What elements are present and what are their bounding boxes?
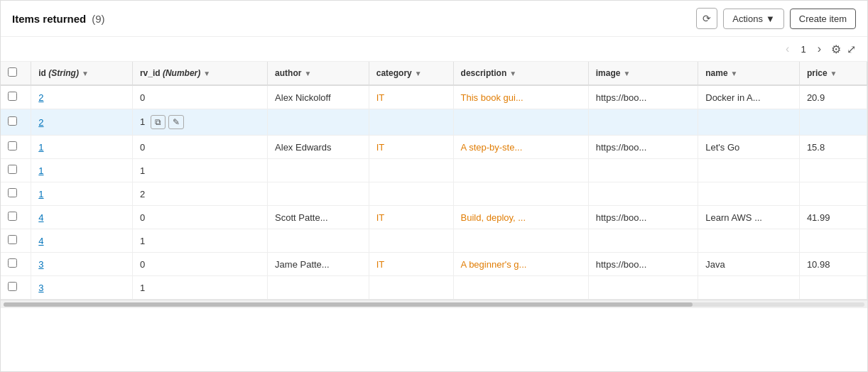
row-checkbox[interactable] — [8, 165, 17, 174]
row-checkbox[interactable] — [8, 282, 17, 291]
prev-page-button[interactable]: ‹ — [781, 41, 793, 57]
table-container: id (String) ▼ rv_id (Number) ▼ author — [1, 62, 867, 300]
row-id-cell: 3 — [31, 253, 133, 276]
row-author-cell: Alex Edwards — [268, 136, 369, 159]
pagination-bar: ‹ 1 › ⚙ ⤢ — [1, 37, 867, 62]
row-category-cell: IT — [369, 136, 453, 159]
expand-icon[interactable]: ⤢ — [847, 43, 856, 56]
row-id-link[interactable]: 1 — [38, 189, 43, 199]
row-description-cell: A beginner's g... — [453, 253, 588, 276]
table-row: 40Scott Patte...ITBuild, deploy, ...http… — [1, 206, 867, 229]
table-row: 21⧉✎ — [1, 109, 867, 136]
row-id-link[interactable]: 4 — [38, 212, 43, 223]
col-description[interactable]: description ▼ — [453, 62, 588, 85]
table-header-row: id (String) ▼ rv_id (Number) ▼ author — [1, 62, 867, 85]
row-checkbox-cell — [1, 182, 31, 206]
id-sort-icon: ▼ — [82, 70, 89, 77]
row-checkbox[interactable] — [8, 212, 17, 221]
col-image-label: image — [596, 68, 621, 78]
row-checkbox[interactable] — [8, 141, 17, 151]
copy-row-button[interactable]: ⧉ — [151, 115, 166, 129]
row-image-cell — [588, 276, 698, 300]
select-all-header[interactable] — [1, 62, 31, 85]
row-id-link[interactable]: 3 — [38, 259, 43, 270]
row-description-cell — [453, 229, 588, 253]
row-name-cell: Learn AWS ... — [698, 206, 800, 229]
row-rvid-cell: 2 — [132, 182, 267, 206]
horizontal-scrollbar[interactable] — [1, 300, 867, 308]
row-name-cell: Java — [698, 253, 800, 276]
row-category-cell — [369, 182, 453, 206]
col-author[interactable]: author ▼ — [268, 62, 369, 85]
actions-arrow-icon: ▼ — [766, 13, 775, 24]
row-checkbox[interactable] — [8, 258, 17, 268]
row-id-cell: 1 — [31, 182, 133, 206]
row-checkbox[interactable] — [8, 235, 17, 244]
row-rvid-cell: 0 — [132, 253, 267, 276]
row-rvid-cell: 1 — [132, 229, 267, 253]
row-rvid-value: 1 — [140, 165, 145, 176]
row-rvid-cell: 1 — [132, 159, 267, 182]
row-id-link[interactable]: 4 — [38, 236, 43, 246]
row-image-cell: https://boo... — [588, 85, 698, 109]
col-id-label: id (String) — [38, 68, 79, 78]
row-price-cell — [799, 109, 867, 136]
row-description-cell: This book gui... — [453, 85, 588, 109]
col-price[interactable]: price ▼ — [799, 62, 867, 85]
row-checkbox-cell — [1, 109, 31, 136]
row-id-link[interactable]: 3 — [38, 283, 43, 293]
row-description-cell — [453, 276, 588, 300]
next-page-button[interactable]: › — [813, 41, 825, 57]
row-checkbox[interactable] — [8, 116, 17, 126]
row-author-cell — [268, 109, 369, 136]
items-table: id (String) ▼ rv_id (Number) ▼ author — [1, 62, 867, 300]
row-id-link[interactable]: 1 — [38, 142, 43, 153]
row-checkbox[interactable] — [8, 92, 17, 101]
row-author-cell: Scott Patte... — [268, 206, 369, 229]
row-category-cell — [369, 229, 453, 253]
row-id-cell: 3 — [31, 276, 133, 300]
select-all-checkbox[interactable] — [8, 67, 17, 77]
row-id-cell: 4 — [31, 229, 133, 253]
page-nav: ‹ 1 › — [781, 41, 825, 57]
table-row: 31 — [1, 276, 867, 300]
row-id-cell: 1 — [31, 159, 133, 182]
row-rvid-cell: 1 — [132, 276, 267, 300]
column-settings-icon[interactable]: ⚙ — [831, 43, 841, 56]
row-name-cell — [698, 182, 800, 206]
row-name-cell: Let's Go — [698, 136, 800, 159]
row-description-cell — [453, 109, 588, 136]
row-rvid-cell: 0 — [132, 206, 267, 229]
col-category[interactable]: category ▼ — [369, 62, 453, 85]
col-id[interactable]: id (String) ▼ — [31, 62, 133, 85]
row-image-cell: https://boo... — [588, 136, 698, 159]
row-name-cell — [698, 159, 800, 182]
row-image-cell: https://boo... — [588, 253, 698, 276]
col-image[interactable]: image ▼ — [588, 62, 698, 85]
row-category-cell — [369, 276, 453, 300]
row-checkbox-cell — [1, 276, 31, 300]
create-item-button[interactable]: Create item — [790, 9, 856, 29]
edit-row-button[interactable]: ✎ — [168, 115, 184, 129]
row-price-cell — [799, 229, 867, 253]
row-checkbox[interactable] — [8, 188, 17, 197]
scrollbar-thumb[interactable] — [4, 302, 693, 307]
table-body: 20Alex NickoloffITThis book gui...https:… — [1, 85, 867, 300]
actions-label: Actions — [732, 13, 763, 24]
col-rvid[interactable]: rv_id (Number) ▼ — [132, 62, 267, 85]
row-id-link[interactable]: 1 — [38, 165, 43, 176]
row-id-link[interactable]: 2 — [38, 92, 43, 103]
image-sort-icon: ▼ — [623, 70, 630, 77]
table-row: 10Alex EdwardsITA step-by-ste...https://… — [1, 136, 867, 159]
row-name-cell — [698, 109, 800, 136]
category-sort-icon: ▼ — [415, 70, 422, 77]
table-row: 41 — [1, 229, 867, 253]
row-price-cell — [799, 159, 867, 182]
actions-button[interactable]: Actions ▼ — [723, 9, 784, 29]
refresh-button[interactable]: ⟳ — [696, 8, 717, 29]
row-id-link[interactable]: 2 — [38, 117, 43, 128]
col-name[interactable]: name ▼ — [698, 62, 800, 85]
row-rvid-cell: 0 — [132, 85, 267, 109]
row-rvid-value: 1 — [140, 236, 145, 246]
row-category-cell — [369, 109, 453, 136]
